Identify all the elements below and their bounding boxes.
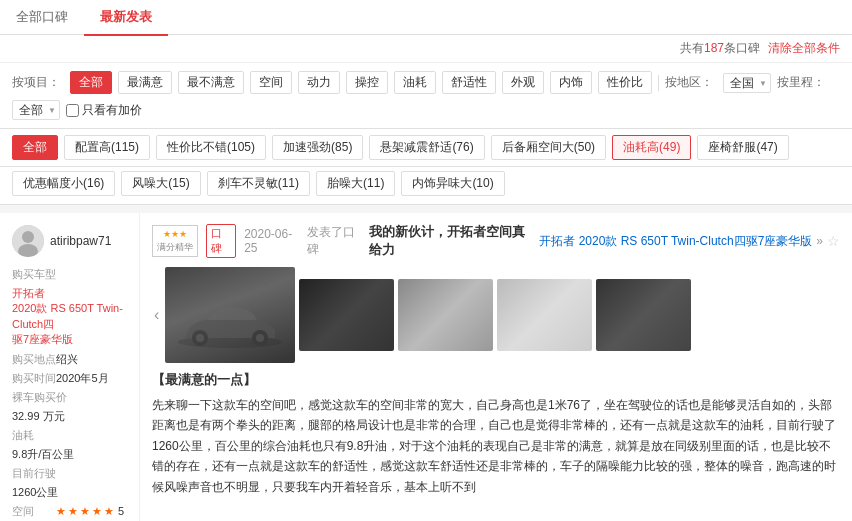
review-action-label: 发表了口碑 [307,224,361,258]
tag-wind-noise[interactable]: 风噪大(15) [121,171,200,196]
review-section-title: 【最满意的一点】 [152,371,840,389]
meta-row-place: 购买地点 绍兴 [12,352,127,367]
car-model-link[interactable]: 开拓者 2020款 RS 650T Twin-Clutch四驱7座豪华版 [539,233,812,250]
meta-row-cartype: 购买车型 [12,267,127,282]
meta-row-space: 空间 ★★★★★ 5 [12,504,127,519]
filter-interior[interactable]: 内饰 [550,71,592,94]
filter-fuel[interactable]: 油耗 [394,71,436,94]
double-arrow-icon: » [816,234,823,248]
svg-point-5 [196,334,204,342]
region-select-wrap: 全国 [723,73,771,93]
filter-power[interactable]: 动力 [298,71,340,94]
photos-row: ‹ [152,267,840,363]
tag-fuel-high[interactable]: 油耗高(49) [612,135,691,160]
filter-label: 按项目： [12,74,60,91]
filter-space[interactable]: 空间 [250,71,292,94]
meta-row-mileage: 目前行驶 [12,466,127,481]
svg-point-7 [256,334,264,342]
filter-least-satisfied[interactable]: 最不满意 [178,71,244,94]
only-added-checkbox[interactable] [66,104,79,117]
tab-latest[interactable]: 最新发表 [84,0,168,36]
tag-interior-smell[interactable]: 内饰异味大(10) [401,171,504,196]
username: atiribpaw71 [50,234,111,248]
svg-point-1 [22,231,34,243]
info-bar: 共有187条口碑 清除全部条件 [0,35,852,63]
meta-table: 购买车型 开拓者 2020款 RS 650T Twin-Clutch四 驱7座豪… [12,267,127,521]
tag-trunk[interactable]: 后备厢空间大(50) [491,135,606,160]
review-text: 先来聊一下这款车的空间吧，感觉这款车的空间非常的宽大，自己身高也是1米76了，坐… [152,395,840,497]
favorite-star-icon[interactable]: ☆ [827,233,840,249]
review-card: atiribpaw71 购买车型 开拓者 2020款 RS 650T Twin-… [0,213,852,521]
tag-power-strong[interactable]: 加速强劲(85) [272,135,363,160]
photo-thumb-2[interactable] [398,279,493,351]
tag-config-high[interactable]: 配置高(115) [64,135,150,160]
meta-row-time: 购买时间 2020年5月 [12,371,127,386]
watermark-container: ★★★ 满分精华 [152,225,198,256]
photo-thumb-4[interactable] [596,279,691,351]
only-added-label[interactable]: 只看有加价 [66,102,142,119]
user-info: atiribpaw71 [12,225,127,257]
photo-main[interactable] [165,267,295,363]
ping-badge: 口碑 [206,224,236,258]
filter-comfort[interactable]: 舒适性 [442,71,496,94]
tag-seat-comfort[interactable]: 座椅舒服(47) [697,135,788,160]
mileage-select-wrap: 全部 [12,100,60,120]
clear-button[interactable]: 清除全部条件 [768,40,840,57]
card-header: ★★★ 满分精华 口碑 2020-06-25 发表了口碑 我的新伙计，开拓者空间… [152,223,840,259]
total-count-text: 共有187条口碑 [680,40,760,57]
meta-row-fuel: 油耗 [12,428,127,443]
tag-filter-row1: 全部 配置高(115) 性价比不错(105) 加速强劲(85) 悬架减震舒适(7… [0,129,852,167]
photo-thumb-3[interactable] [497,279,592,351]
mileage-select[interactable]: 全部 [12,100,60,120]
filter-all[interactable]: 全部 [70,71,112,94]
region-label: 按地区： [665,74,713,91]
tag-discount-small[interactable]: 优惠幅度小(16) [12,171,115,196]
filter-appearance[interactable]: 外观 [502,71,544,94]
review-title[interactable]: 我的新伙计，开拓者空间真给力 [369,223,532,259]
tag-filter-row2: 优惠幅度小(16) 风噪大(15) 刹车不灵敏(11) 胎噪大(11) 内饰异味… [0,167,852,205]
tag-brake-poor[interactable]: 刹车不灵敏(11) [207,171,310,196]
tag-value-good[interactable]: 性价比不错(105) [156,135,266,160]
filter-most-satisfied[interactable]: 最满意 [118,71,172,94]
mileage-label: 按里程： [777,74,825,91]
tab-all[interactable]: 全部口碑 [0,0,84,36]
region-select[interactable]: 全国 [723,73,771,93]
tag-suspension[interactable]: 悬架减震舒适(76) [369,135,484,160]
tag-tire-noise[interactable]: 胎噪大(11) [316,171,395,196]
card-content: ★★★ 满分精华 口碑 2020-06-25 发表了口碑 我的新伙计，开拓者空间… [140,213,852,521]
filter-value[interactable]: 性价比 [598,71,652,94]
tag-all[interactable]: 全部 [12,135,58,160]
review-date: 2020-06-25 [244,227,299,255]
filter-control[interactable]: 操控 [346,71,388,94]
avatar [12,225,44,257]
meta-row-carmodel: 开拓者 2020款 RS 650T Twin-Clutch四 驱7座豪华版 [12,286,127,348]
card-sidebar: atiribpaw71 购买车型 开拓者 2020款 RS 650T Twin-… [0,213,140,521]
filter-bar: 按项目： 全部 最满意 最不满意 空间 动力 操控 油耗 舒适性 外观 内饰 性… [0,63,852,129]
photo-thumb-1[interactable] [299,279,394,351]
prev-photo-icon[interactable]: ‹ [152,306,161,324]
meta-row-price: 裸车购买价 [12,390,127,405]
